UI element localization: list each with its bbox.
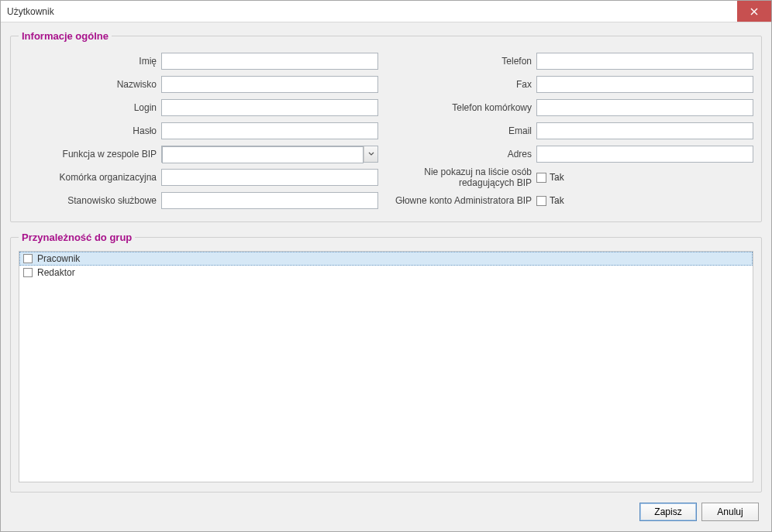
general-info-group: Informacje ogólne Imię Nazwisko Login [10, 30, 762, 222]
close-icon [750, 8, 758, 15]
right-column: Telefon Fax Telefon komórkowy Email [394, 50, 753, 212]
window-title: Użytkownik [7, 6, 737, 17]
text-glowne-konto-tak: Tak [550, 195, 564, 206]
titlebar: Użytkownik [1, 1, 771, 22]
group-membership-legend: Przynależność do grup [19, 232, 135, 243]
input-komorka[interactable] [161, 169, 378, 186]
list-item[interactable]: Redaktor [19, 266, 753, 280]
input-login[interactable] [161, 99, 378, 116]
dialog-body: Informacje ogólne Imię Nazwisko Login [1, 22, 771, 531]
input-tel-kom[interactable] [536, 99, 753, 116]
label-adres: Adres [420, 149, 536, 160]
label-glowne-konto: Głowne konto Administratora BIP [395, 195, 536, 206]
group-membership: Przynależność do grup Pracownik Redaktor [10, 232, 762, 493]
group-item-label: Pracownik [37, 253, 80, 264]
label-funkcja: Funkcja w zespole BIP [45, 149, 161, 160]
label-imie: Imię [45, 56, 161, 67]
label-login: Login [45, 102, 161, 113]
label-komorka: Komórka organizacyjna [45, 172, 161, 183]
input-stanowisko[interactable] [161, 192, 378, 209]
general-info-grid: Imię Nazwisko Login Hasło [19, 50, 753, 212]
label-nazwisko: Nazwisko [45, 79, 161, 90]
row-email: Email [394, 122, 753, 140]
label-telefon: Telefon [420, 56, 536, 67]
input-haslo[interactable] [161, 122, 378, 139]
label-fax: Fax [420, 79, 536, 90]
row-fax: Fax [394, 75, 753, 94]
row-login: Login [19, 98, 378, 117]
group-item-label: Redaktor [37, 267, 75, 278]
checkbox-glowne-konto[interactable] [536, 196, 546, 206]
combo-funkcja-input[interactable] [162, 146, 364, 163]
left-column: Imię Nazwisko Login Hasło [19, 50, 378, 212]
row-telefon: Telefon [394, 52, 753, 70]
general-info-legend: Informacje ogólne [19, 30, 112, 42]
row-nie-pokazuj: Nie pokazuj na liście osób redagujących … [394, 168, 753, 187]
input-fax[interactable] [536, 76, 753, 93]
row-tel-kom: Telefon komórkowy [394, 98, 753, 117]
row-glowne-konto: Głowne konto Administratora BIP Tak [394, 191, 753, 210]
input-nazwisko[interactable] [161, 76, 378, 93]
input-adres[interactable] [536, 146, 753, 163]
row-imie: Imię [19, 52, 378, 70]
text-nie-pokazuj-tak: Tak [550, 172, 564, 183]
label-email: Email [420, 125, 536, 136]
input-imie[interactable] [161, 53, 378, 70]
input-email[interactable] [536, 122, 753, 139]
label-tel-kom: Telefon komórkowy [420, 102, 536, 113]
combo-funkcja[interactable] [161, 146, 378, 163]
list-item[interactable]: Pracownik [19, 252, 753, 266]
dialog-footer: Zapisz Anuluj [10, 499, 762, 525]
cancel-button[interactable]: Anuluj [701, 503, 759, 521]
checkbox-group-redaktor[interactable] [23, 268, 33, 277]
row-haslo: Hasło [19, 122, 378, 140]
close-button[interactable] [737, 1, 771, 22]
save-button[interactable]: Zapisz [639, 503, 697, 521]
checkbox-nie-pokazuj[interactable] [536, 173, 546, 183]
checkbox-group-pracownik[interactable] [23, 254, 33, 263]
combo-funkcja-button[interactable] [364, 146, 377, 162]
chevron-down-icon [368, 152, 374, 156]
user-dialog: Użytkownik Informacje ogólne Imię Nazwis… [0, 0, 772, 532]
row-komorka: Komórka organizacyjna [19, 168, 378, 187]
label-haslo: Hasło [45, 125, 161, 136]
row-adres: Adres [394, 145, 753, 163]
row-funkcja: Funkcja w zespole BIP [19, 145, 378, 163]
row-stanowisko: Stanowisko służbowe [19, 191, 378, 210]
label-stanowisko: Stanowisko służbowe [45, 195, 161, 206]
group-list[interactable]: Pracownik Redaktor [19, 251, 753, 482]
input-telefon[interactable] [536, 53, 753, 70]
label-nie-pokazuj: Nie pokazuj na liście osób redagujących … [394, 166, 536, 188]
row-nazwisko: Nazwisko [19, 75, 378, 94]
